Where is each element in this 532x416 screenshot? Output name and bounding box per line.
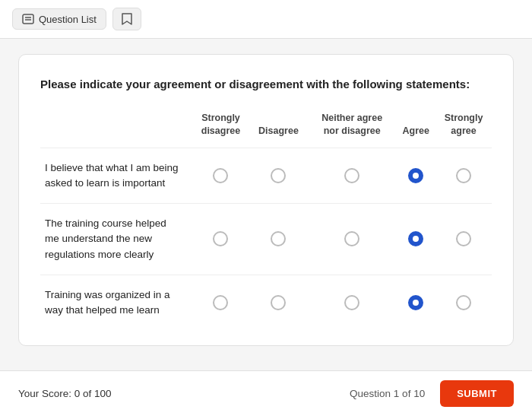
cell-0-neither xyxy=(308,148,396,204)
radio-0-strongly_agree[interactable] xyxy=(456,168,471,183)
question-list-label: Question List xyxy=(39,14,97,25)
col-agree: Agree xyxy=(396,112,435,148)
col-disagree: Disagree xyxy=(249,112,308,148)
top-nav: Question List xyxy=(0,0,532,39)
submit-button[interactable]: SUBMIT xyxy=(440,380,514,407)
table-header-row: Stronglydisagree Disagree Neither agreen… xyxy=(40,112,492,148)
radio-2-neither[interactable] xyxy=(344,295,359,310)
survey-title: Please indicate your agreement or disagr… xyxy=(40,76,492,94)
radio-0-strongly_disagree[interactable] xyxy=(213,168,228,183)
radio-0-neither[interactable] xyxy=(344,168,359,183)
main-content: Please indicate your agreement or disagr… xyxy=(0,39,532,370)
cell-2-disagree xyxy=(249,275,308,330)
radio-0-disagree[interactable] xyxy=(271,168,286,183)
bookmark-button[interactable] xyxy=(112,8,141,30)
radio-2-strongly_agree[interactable] xyxy=(456,295,471,310)
table-row: Training was organized in a way that hel… xyxy=(40,275,492,330)
col-strongly-agree: Stronglyagree xyxy=(435,112,492,148)
question-list-button[interactable]: Question List xyxy=(12,8,106,30)
cell-1-disagree xyxy=(249,204,308,275)
table-row: I believe that what I am being asked to … xyxy=(40,148,492,204)
radio-2-agree[interactable] xyxy=(408,295,423,310)
radio-1-strongly_agree[interactable] xyxy=(456,231,471,246)
table-row: The training course helped me understand… xyxy=(40,204,492,275)
cell-2-agree xyxy=(396,275,435,330)
radio-2-strongly_disagree[interactable] xyxy=(213,295,228,310)
cell-1-neither xyxy=(308,204,396,275)
cell-0-disagree xyxy=(249,148,308,204)
footer-right: Question 1 of 10 SUBMIT xyxy=(350,380,514,407)
statement-header xyxy=(40,112,192,148)
col-strongly-disagree: Stronglydisagree xyxy=(192,112,249,148)
cell-0-strongly_disagree xyxy=(192,148,249,204)
cell-1-strongly_agree xyxy=(435,204,492,275)
cell-2-strongly_agree xyxy=(435,275,492,330)
svg-rect-0 xyxy=(23,14,33,24)
cell-2-strongly_disagree xyxy=(192,275,249,330)
cell-1-strongly_disagree xyxy=(192,204,249,275)
radio-1-disagree[interactable] xyxy=(271,231,286,246)
col-neither: Neither agreenor disagree xyxy=(308,112,396,148)
list-icon xyxy=(22,13,34,25)
statement-2: Training was organized in a way that hel… xyxy=(40,275,192,330)
radio-1-agree[interactable] xyxy=(408,231,423,246)
radio-0-agree[interactable] xyxy=(408,168,423,183)
score-text: Your Score: 0 of 100 xyxy=(18,388,112,399)
question-info: Question 1 of 10 xyxy=(350,388,425,399)
cell-1-agree xyxy=(396,204,435,275)
radio-1-strongly_disagree[interactable] xyxy=(213,231,228,246)
bookmark-icon xyxy=(121,12,133,26)
cell-0-agree xyxy=(396,148,435,204)
survey-card: Please indicate your agreement or disagr… xyxy=(18,54,514,346)
radio-1-neither[interactable] xyxy=(344,231,359,246)
footer: Your Score: 0 of 100 Question 1 of 10 SU… xyxy=(0,370,532,416)
radio-2-disagree[interactable] xyxy=(271,295,286,310)
cell-2-neither xyxy=(308,275,396,330)
statement-1: The training course helped me understand… xyxy=(40,204,192,275)
survey-table: Stronglydisagree Disagree Neither agreen… xyxy=(40,112,492,331)
statement-0: I believe that what I am being asked to … xyxy=(40,148,192,204)
cell-0-strongly_agree xyxy=(435,148,492,204)
